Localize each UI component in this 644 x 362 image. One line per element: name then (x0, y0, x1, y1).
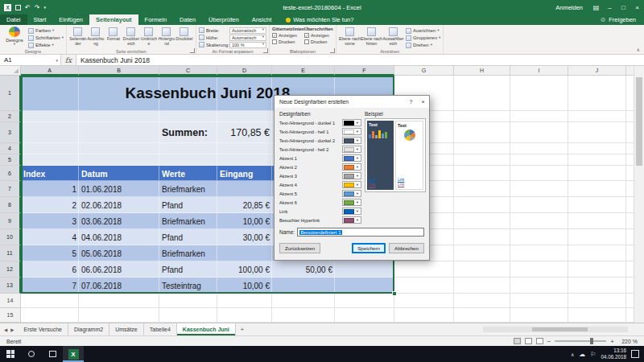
tray-expand-icon[interactable]: ∧ (571, 352, 574, 357)
cell-A4[interactable] (21, 143, 79, 154)
cell-H14[interactable] (454, 294, 510, 308)
normal-view-icon[interactable] (514, 338, 521, 344)
sheet-tab-tabelle4[interactable]: Tabelle4 (144, 323, 177, 335)
ribbon-tab-daten[interactable]: Daten (173, 14, 202, 25)
zoom-level[interactable]: 220 % (618, 339, 638, 344)
cell-C12[interactable] (159, 261, 217, 278)
sheet-tab-diagramm2[interactable]: Diagramm2 (68, 323, 109, 335)
cell-H1[interactable] (454, 76, 510, 111)
cell-A10[interactable] (21, 229, 79, 245)
cell-D6[interactable] (217, 166, 272, 181)
cell-J4[interactable] (568, 143, 626, 154)
cell-E13[interactable] (272, 278, 335, 294)
cell-A2[interactable] (21, 111, 79, 122)
ribbon-button-schriftarten[interactable]: Schriftarten▾ (28, 35, 64, 41)
cell-J8[interactable] (568, 197, 626, 213)
ribbon-button-auswahlbereich[interactable]: Auswahlbereich (382, 27, 404, 46)
color-dropdown-text-hintergrund-hell-1[interactable]: ▾ (342, 128, 361, 135)
zoom-in-icon[interactable]: + (610, 338, 614, 345)
cell-A5[interactable] (21, 154, 79, 166)
ribbon-tab-start[interactable]: Start (27, 14, 53, 25)
sheet-nav-prev-icon[interactable]: ◀ (4, 327, 7, 332)
cell-C4[interactable] (159, 143, 217, 154)
ribbon-button-umbruche[interactable]: Umbrüche (140, 27, 158, 46)
cell-I3[interactable] (510, 122, 568, 143)
ribbon-button-hintergrund[interactable]: Hintergrund (158, 27, 175, 46)
save-icon[interactable] (15, 5, 21, 10)
row-header-3[interactable]: 3 (0, 122, 21, 143)
cell-D13[interactable] (217, 278, 272, 294)
row-header-12[interactable]: 12 (0, 261, 21, 278)
cell-H12[interactable] (454, 261, 510, 278)
cell-D10[interactable] (217, 229, 272, 245)
row-header-7[interactable]: 7 (0, 181, 21, 197)
collapse-ribbon-icon[interactable]: ∧ (637, 47, 640, 52)
ribbon-dropdown-hohe[interactable]: Automatisch▾ (229, 35, 266, 41)
zoom-out-icon[interactable]: − (547, 338, 551, 345)
cell-A1[interactable] (21, 76, 79, 111)
cell-H8[interactable] (454, 197, 510, 213)
ribbon-button-seitenrander[interactable]: Seitenränder (69, 27, 87, 46)
cell-J2[interactable] (568, 111, 626, 122)
cell-B1[interactable] (79, 76, 159, 111)
cell-H13[interactable] (454, 278, 510, 294)
color-dropdown-link[interactable]: ▾ (342, 208, 361, 215)
color-dropdown-akzent-4[interactable]: ▾ (342, 181, 361, 188)
color-dropdown-text-hintergrund-dunkel-2[interactable]: ▾ (342, 137, 361, 144)
action-center-icon[interactable] (631, 350, 639, 358)
cell-B4[interactable] (79, 143, 159, 154)
cell-A13[interactable] (21, 278, 79, 294)
cell-J11[interactable] (568, 245, 626, 261)
cell-E15[interactable] (272, 308, 335, 323)
column-header-i[interactable]: I (510, 66, 568, 76)
cell-I2[interactable] (510, 111, 568, 122)
cell-I1[interactable] (510, 76, 568, 111)
column-header-e[interactable]: E (272, 66, 335, 76)
fill-handle[interactable] (392, 291, 397, 296)
column-header-a[interactable]: A (21, 66, 79, 76)
cell-F15[interactable] (335, 308, 394, 323)
color-dropdown-besuchter-hyperlink[interactable]: ▾ (342, 216, 361, 224)
cell-I12[interactable] (510, 261, 568, 278)
theme-name-input[interactable]: Benutzerdefiniert 1 (297, 228, 424, 237)
ribbon-dropdown-breite[interactable]: Automatisch▾ (229, 27, 266, 34)
row-header-4[interactable]: 4 (0, 143, 21, 154)
row-header-13[interactable]: 13 (0, 278, 21, 294)
cell-D8[interactable] (217, 197, 272, 213)
column-header-h[interactable]: H (454, 66, 510, 76)
color-dropdown-akzent-6[interactable]: ▾ (342, 199, 361, 206)
cell-H2[interactable] (454, 111, 510, 122)
vertical-scrollbar[interactable] (634, 66, 644, 323)
cell-C8[interactable] (159, 197, 217, 213)
cell-H5[interactable] (454, 154, 510, 166)
cell-I6[interactable] (510, 166, 568, 181)
cell-C5[interactable] (159, 154, 217, 166)
cell-B6[interactable] (79, 166, 159, 181)
row-header-10[interactable]: 10 (0, 229, 21, 245)
taskbar-excel-icon[interactable]: X (63, 346, 84, 362)
horizontal-scrollbar[interactable] (483, 327, 628, 332)
cell-I11[interactable] (510, 245, 568, 261)
cell-D5[interactable] (217, 154, 272, 166)
ribbon-button-druckbereich[interactable]: Druckbereich (122, 27, 140, 46)
cell-D4[interactable] (217, 143, 272, 154)
cell-D3[interactable] (217, 122, 272, 143)
ribbon-tab-datei[interactable]: Datei (0, 14, 27, 25)
cell-A9[interactable] (21, 213, 79, 229)
cell-H11[interactable] (454, 245, 510, 261)
cell-A11[interactable] (21, 245, 79, 261)
ribbon-button-ausrichten[interactable]: Ausrichten▾ (406, 27, 440, 34)
cell-I5[interactable] (510, 154, 568, 166)
cloud-icon[interactable]: ☁ (579, 351, 585, 358)
column-header-d[interactable]: D (217, 66, 272, 76)
dialog-close-icon[interactable]: × (417, 96, 429, 108)
help-icon[interactable]: ? (405, 96, 417, 108)
sheet-tab-erste-versuche[interactable]: Erste Versuche (18, 323, 68, 335)
row-header-1[interactable]: 1 (0, 76, 21, 111)
reset-button[interactable]: Zurücksetzen (279, 243, 320, 253)
sign-in-button[interactable]: Anmelden (555, 4, 583, 11)
ribbon-tab-einfugen[interactable]: Einfügen (52, 14, 89, 25)
color-dropdown-text-hintergrund-hell-2[interactable]: ▾ (342, 146, 361, 153)
cell-J10[interactable] (568, 229, 626, 245)
network-icon[interactable]: ⚐ (590, 351, 596, 358)
